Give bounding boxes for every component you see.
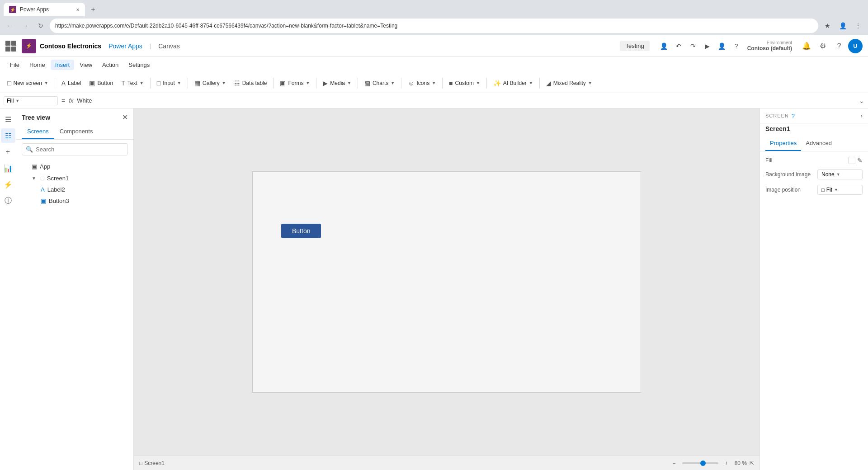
new-tab-button[interactable]: + [87,3,99,16]
text-button[interactable]: T Text ▼ [118,78,147,89]
new-screen-button[interactable]: □ New screen ▼ [4,78,52,89]
fill-property-row: Fill ✎ [765,157,863,164]
search-icon: 🔍 [26,146,33,153]
toolbar: □ New screen ▼ A Label ▣ Button T Text ▼… [0,73,868,93]
custom-button[interactable]: ■ Custom ▼ [445,78,484,89]
data-icon[interactable]: 📊 [1,161,15,175]
tree-item-label2[interactable]: A Label2 [16,184,133,195]
variables-icon[interactable]: ⓘ [1,193,15,208]
formula-expand-icon[interactable]: ⌄ [859,97,864,104]
right-panel-content: Fill ✎ Background image None ▼ Image pos… [760,151,868,200]
browser-extensions-button[interactable]: ★ [821,19,834,32]
tree-item-screen1[interactable]: ▼ □ Screen1 ⋯ [16,172,133,184]
custom-icon: ■ [449,80,453,87]
text-icon: T [121,80,125,87]
new-screen-dropdown-icon[interactable]: ▼ [44,81,48,85]
canvas-frame[interactable]: Button [252,171,641,393]
icons-dropdown-icon[interactable]: ▼ [432,81,436,85]
insert-icon[interactable]: + [1,145,15,159]
button-button[interactable]: ▣ Button [85,78,117,89]
data-table-button[interactable]: ☷ Data table [231,78,271,89]
label-button[interactable]: A Label [58,78,85,89]
ai-builder-button[interactable]: ✨ AI Builder ▼ [490,78,537,89]
media-button[interactable]: ▶ Media ▼ [319,78,355,89]
help-button[interactable]: ? [729,39,744,53]
user-avatar[interactable]: U [848,39,863,53]
ai-builder-dropdown-icon[interactable]: ▼ [529,81,533,85]
screen1-expand-icon[interactable]: ▼ [32,176,38,181]
tree-item-button3[interactable]: ▣ Button3 [16,195,133,207]
nav-refresh-button[interactable]: ↻ [34,19,47,32]
canvas-button[interactable]: Button [281,224,321,238]
right-panel-help-icon[interactable]: ? [792,113,795,119]
menu-file[interactable]: File [5,60,24,70]
hamburger-icon[interactable]: ☰ [1,112,15,127]
property-dropdown[interactable]: Fill ▼ [4,96,58,105]
settings-icon[interactable]: ⚙ [816,39,830,53]
zoom-percent: 80 % [735,460,747,466]
fullscreen-icon[interactable]: ⇱ [750,460,754,466]
forms-button[interactable]: ▣ Forms ▼ [276,78,313,89]
nav-forward-button[interactable]: → [19,19,32,32]
charts-button[interactable]: ▩ Charts ▼ [361,78,398,89]
play-button[interactable]: ▶ [700,39,715,53]
custom-dropdown-icon[interactable]: ▼ [476,81,480,85]
help-icon[interactable]: ? [832,39,846,53]
canvas-scroll[interactable]: Button [134,108,760,456]
input-button[interactable]: □ Input ▼ [153,78,185,89]
right-panel-expand-icon[interactable]: › [860,112,863,119]
menu-settings[interactable]: Settings [124,60,154,70]
text-dropdown-icon[interactable]: ▼ [140,81,144,85]
formula-input[interactable] [77,97,857,104]
persona-icon[interactable]: 👤 [657,39,671,53]
tab-close-button[interactable]: ✕ [76,7,80,12]
undo-button[interactable]: ↶ [671,39,686,53]
fill-color-swatch[interactable] [848,157,855,164]
fill-color-edit-icon[interactable]: ✎ [857,157,863,164]
search-box[interactable]: 🔍 [22,143,128,155]
menu-bar: File Home Insert View Action Settings [0,57,868,73]
waffle-menu-icon[interactable] [5,41,16,52]
browser-chrome: ⚡ Power Apps ✕ + ← → ↻ https://make.powe… [0,0,868,35]
toolbar-sep-2 [150,78,151,89]
power-automate-icon[interactable]: ⚡ [1,177,15,192]
redo-button[interactable]: ↷ [686,39,700,53]
menu-action[interactable]: Action [98,60,123,70]
zoom-in-button[interactable]: + [721,458,732,469]
notification-icon[interactable]: 🔔 [799,39,814,53]
browser-profile-button[interactable]: 👤 [836,19,849,32]
media-icon: ▶ [323,80,328,87]
browser-tab[interactable]: ⚡ Power Apps ✕ [4,3,85,16]
label2-icon: A [41,186,45,193]
canvas-screen-label: □ Screen1 [139,460,165,466]
zoom-slider[interactable] [682,462,718,464]
mixed-reality-dropdown-icon[interactable]: ▼ [588,81,592,85]
menu-home[interactable]: Home [25,60,50,70]
equals-sign: = [60,97,67,104]
share-button[interactable]: 👤 [715,39,729,53]
media-dropdown-icon[interactable]: ▼ [347,81,351,85]
tree-item-app[interactable]: ▣ App [16,161,133,172]
search-input[interactable] [36,146,124,153]
gallery-dropdown-icon[interactable]: ▼ [222,81,226,85]
icons-button[interactable]: ☺ Icons ▼ [404,78,439,89]
tab-screens[interactable]: Screens [22,124,54,139]
menu-view[interactable]: View [75,60,97,70]
input-dropdown-icon[interactable]: ▼ [177,81,181,85]
zoom-out-button[interactable]: − [669,458,679,469]
nav-back-button[interactable]: ← [4,19,16,32]
mixed-reality-button[interactable]: ◢ Mixed Reality ▼ [542,78,596,89]
browser-menu-button[interactable]: ⋮ [852,19,864,32]
tab-advanced[interactable]: Advanced [801,136,836,151]
tree-view-icon[interactable]: ☷ [1,128,15,143]
sidebar-close-button[interactable]: ✕ [122,113,128,122]
address-bar[interactable]: https://make.powerapps.com/e/Default-22d… [50,19,818,33]
gallery-button[interactable]: ▦ Gallery ▼ [191,78,230,89]
charts-dropdown-icon[interactable]: ▼ [391,81,395,85]
tab-components[interactable]: Components [54,124,99,139]
tab-properties[interactable]: Properties [765,136,801,151]
forms-dropdown-icon[interactable]: ▼ [306,81,310,85]
menu-insert[interactable]: Insert [51,60,75,70]
background-image-dropdown[interactable]: None ▼ [817,169,863,179]
image-position-dropdown[interactable]: □ Fit ▼ [817,185,863,195]
